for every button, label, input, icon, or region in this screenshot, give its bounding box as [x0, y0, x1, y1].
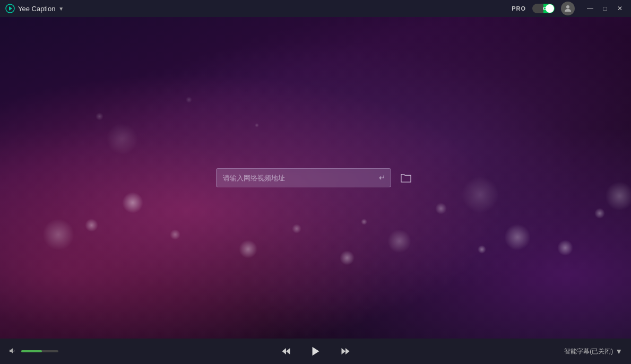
volume-fill — [21, 350, 42, 352]
svg-marker-5 — [286, 348, 290, 354]
svg-marker-4 — [282, 348, 286, 354]
url-input[interactable] — [216, 168, 391, 187]
title-left: Yee Caption ▼ — [5, 4, 64, 13]
title-right: PRO OFF — □ ✕ — [512, 2, 627, 15]
enter-icon[interactable]: ↵ — [379, 173, 386, 183]
app-title: Yee Caption — [18, 5, 55, 13]
url-input-wrapper: ↵ — [216, 168, 391, 187]
user-avatar[interactable] — [561, 2, 575, 15]
window-controls: — □ ✕ — [583, 3, 627, 14]
svg-point-2 — [566, 5, 569, 8]
minimize-button[interactable]: — — [583, 3, 597, 14]
svg-marker-3 — [10, 348, 13, 353]
toggle-knob — [546, 4, 554, 13]
title-bar: Yee Caption ▼ PRO OFF — □ ✕ — [0, 0, 631, 17]
play-button[interactable] — [307, 343, 324, 360]
caption-expand-icon[interactable]: ▼ — [615, 347, 623, 356]
svg-marker-7 — [341, 348, 345, 354]
caption-toggle[interactable]: OFF — [532, 4, 555, 13]
pro-badge: PRO — [512, 5, 526, 12]
forward-button[interactable] — [337, 343, 354, 360]
open-folder-button[interactable] — [396, 168, 416, 187]
close-button[interactable]: ✕ — [613, 3, 627, 14]
dropdown-arrow-icon[interactable]: ▼ — [58, 6, 64, 12]
toggle-track: OFF — [532, 4, 555, 13]
main-content: ↵ — [0, 17, 631, 339]
svg-marker-6 — [312, 347, 319, 356]
volume-slider[interactable] — [21, 350, 58, 352]
svg-marker-8 — [345, 348, 350, 354]
input-area: ↵ — [216, 168, 416, 187]
bottom-bar: 智能字幕(已关闭) ▼ — [0, 339, 631, 364]
rewind-button[interactable] — [278, 343, 295, 360]
app-logo-icon — [5, 4, 15, 13]
volume-icon[interactable] — [8, 346, 17, 357]
volume-section — [8, 346, 77, 357]
svg-marker-1 — [9, 6, 12, 11]
caption-section: 智能字幕(已关闭) ▼ — [564, 347, 623, 356]
maximize-button[interactable]: □ — [598, 3, 612, 14]
playback-controls — [278, 343, 354, 360]
caption-status-text: 智能字幕(已关闭) — [564, 347, 613, 356]
